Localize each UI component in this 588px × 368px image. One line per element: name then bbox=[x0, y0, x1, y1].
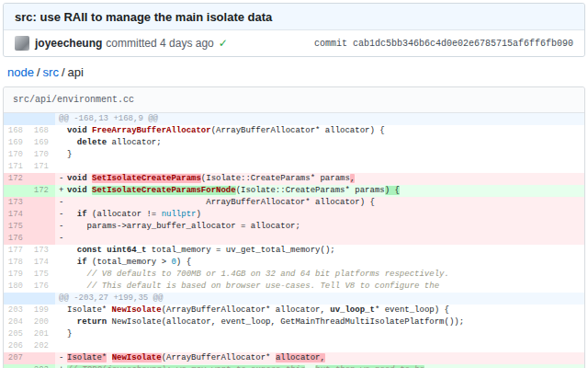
old-line-number[interactable]: 174 bbox=[4, 209, 29, 221]
old-line-number[interactable]: 179 bbox=[4, 269, 29, 281]
old-line-number[interactable] bbox=[4, 364, 29, 368]
old-line-number[interactable]: 205 bbox=[4, 328, 29, 340]
code-token: ) { bbox=[176, 258, 191, 267]
code-token: NewIsolate bbox=[112, 305, 162, 315]
new-line-number[interactable]: 176 bbox=[29, 281, 55, 293]
diff-row: 168168 void FreeArrayBufferAllocator(Arr… bbox=[4, 125, 584, 137]
diff-sign bbox=[59, 316, 67, 328]
code-token: // V8 defaults to 700MB or 1.4GB on 32 a… bbox=[87, 270, 449, 279]
code-line: const uint64_t total_memory = uv_get_tot… bbox=[55, 245, 584, 257]
old-line-number[interactable]: 168 bbox=[4, 125, 29, 137]
diff-sign bbox=[59, 137, 67, 149]
old-line-number[interactable]: 169 bbox=[4, 137, 29, 149]
diff-row: 203199 Isolate* NewIsolate(ArrayBufferAl… bbox=[4, 305, 584, 316]
code-token: allocator, bbox=[276, 353, 325, 362]
code-line: - bbox=[55, 233, 584, 245]
code-line: +// TODO(joyeecheung): we may want to ex… bbox=[55, 364, 584, 368]
old-line-number[interactable]: 203 bbox=[4, 305, 29, 316]
diff-row: 169169 delete allocator; bbox=[4, 137, 584, 149]
old-line-number bbox=[4, 293, 29, 305]
old-line-number[interactable]: 170 bbox=[4, 149, 29, 161]
old-line-number[interactable] bbox=[4, 185, 29, 197]
diff-sign bbox=[59, 328, 67, 340]
old-line-number[interactable]: 204 bbox=[4, 316, 29, 328]
new-line-number[interactable] bbox=[29, 233, 55, 245]
new-line-number[interactable]: 172 bbox=[29, 185, 55, 197]
old-line-number[interactable]: 176 bbox=[4, 233, 29, 245]
old-line-number[interactable]: 175 bbox=[4, 221, 29, 233]
new-line-number[interactable]: 174 bbox=[29, 257, 55, 269]
new-line-number[interactable]: 169 bbox=[29, 137, 55, 149]
code-token: (Isolate::CreateParams* params bbox=[201, 174, 350, 183]
code-line: void FreeArrayBufferAllocator(ArrayBuffe… bbox=[55, 125, 584, 137]
new-line-number[interactable] bbox=[29, 173, 55, 185]
code-token bbox=[67, 270, 87, 279]
breadcrumb-item-node[interactable]: node bbox=[7, 65, 34, 79]
old-line-number[interactable]: 172 bbox=[4, 173, 29, 185]
code-token: NewIsolate bbox=[112, 353, 162, 362]
new-line-number bbox=[29, 113, 55, 125]
code-token: SetIsolateCreateParams bbox=[92, 174, 201, 183]
diff-sign: - bbox=[59, 221, 67, 233]
commit-hash-label: commit bbox=[314, 39, 347, 49]
diff-sign bbox=[59, 269, 67, 281]
new-line-number[interactable]: 171 bbox=[29, 161, 55, 173]
diff-row: 207-Isolate* NewIsolate(ArrayBufferAlloc… bbox=[4, 352, 584, 364]
new-line-number[interactable]: 168 bbox=[29, 125, 55, 137]
old-line-number[interactable]: 178 bbox=[4, 257, 29, 269]
diff-row: 172+void SetIsolateCreateParamsForNode(I… bbox=[4, 185, 584, 197]
diff-sign: + bbox=[59, 364, 67, 368]
code-line: - ArrayBufferAllocator* allocator) { bbox=[55, 197, 584, 209]
code-line: } bbox=[55, 149, 584, 161]
diff-row: 170170 } bbox=[4, 149, 584, 161]
new-line-number[interactable]: 202 bbox=[29, 340, 55, 352]
code-token: if bbox=[77, 210, 87, 219]
avatar[interactable] bbox=[15, 36, 29, 51]
old-line-number[interactable]: 171 bbox=[4, 161, 29, 173]
hunk-header-text: @@ -168,13 +168,9 @@ bbox=[55, 113, 584, 125]
diff-row: 177173 const uint64_t total_memory = uv_… bbox=[4, 245, 584, 257]
new-line-number[interactable] bbox=[29, 221, 55, 233]
new-line-number[interactable]: 203 bbox=[29, 364, 55, 368]
new-line-number[interactable]: 200 bbox=[29, 316, 55, 328]
commit-action-text: committed 4 days ago bbox=[106, 37, 213, 50]
diff-row: 205201 } bbox=[4, 328, 584, 340]
code-line: if (total_memory > 0) { bbox=[55, 257, 584, 269]
code-line: delete allocator; bbox=[55, 137, 584, 149]
old-line-number[interactable]: 177 bbox=[4, 245, 29, 257]
old-line-number[interactable]: 173 bbox=[4, 197, 29, 209]
old-line-number[interactable]: 206 bbox=[4, 340, 29, 352]
code-line: - if (allocator != nullptr) bbox=[55, 209, 584, 221]
breadcrumb: node/src/api bbox=[3, 57, 585, 86]
code-token: void bbox=[67, 174, 87, 183]
check-icon[interactable]: ✓ bbox=[219, 37, 228, 50]
code-token: (ArrayBufferAllocator* allocator, bbox=[162, 305, 331, 315]
diff-row: 173- ArrayBufferAllocator* allocator) { bbox=[4, 197, 584, 209]
old-line-number[interactable]: 180 bbox=[4, 281, 29, 293]
code-token: // This default is based on browser use-… bbox=[87, 282, 439, 291]
code-token: Isolate* bbox=[67, 353, 107, 362]
new-line-number[interactable] bbox=[29, 197, 55, 209]
new-line-number[interactable] bbox=[29, 352, 55, 364]
breadcrumb-item-api: api bbox=[68, 65, 84, 79]
old-line-number[interactable]: 207 bbox=[4, 352, 29, 364]
new-line-number[interactable]: 170 bbox=[29, 149, 55, 161]
code-token: FreeArrayBufferAllocator bbox=[92, 126, 211, 135]
new-line-number[interactable]: 175 bbox=[29, 269, 55, 281]
code-line: // This default is based on browser use-… bbox=[55, 281, 584, 293]
diff-sign bbox=[59, 149, 67, 161]
code-token: delete bbox=[77, 138, 107, 147]
new-line-number[interactable] bbox=[29, 209, 55, 221]
code-line: // V8 defaults to 700MB or 1.4GB on 32 a… bbox=[55, 269, 584, 281]
code-token: uv_loop_t bbox=[330, 305, 375, 315]
new-line-number[interactable]: 199 bbox=[29, 305, 55, 316]
code-token: (ArrayBufferAllocator* bbox=[162, 353, 276, 362]
author-link[interactable]: joyeecheung bbox=[35, 37, 102, 50]
code-line: } bbox=[55, 328, 584, 340]
new-line-number[interactable]: 173 bbox=[29, 245, 55, 257]
hunk-header-text: @@ -203,27 +199,35 @@ bbox=[55, 293, 584, 305]
file-diff-box: src/api/environment.cc @@ -168,13 +168,9… bbox=[3, 86, 585, 368]
breadcrumb-item-src[interactable]: src bbox=[43, 65, 59, 79]
code-line: +void SetIsolateCreateParamsForNode(Isol… bbox=[55, 185, 584, 197]
new-line-number[interactable]: 201 bbox=[29, 328, 55, 340]
